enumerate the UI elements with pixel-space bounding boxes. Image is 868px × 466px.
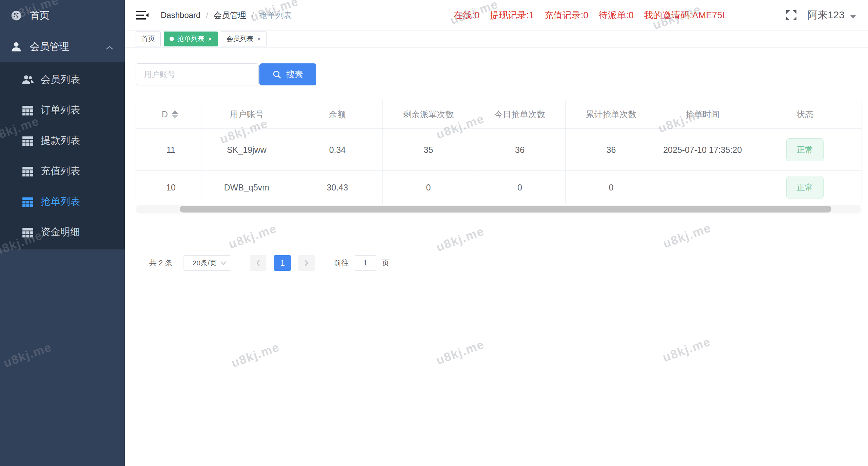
table-header-row: D 用户账号 余额 剩余派單次數 今日抢单次数 累计抢单次数 抢单时间 (136, 100, 862, 129)
sidebar-item-label: 首页 (30, 9, 50, 22)
close-icon[interactable]: × (257, 36, 261, 42)
cell-id: 11 (136, 129, 201, 171)
main-area: Dashboard / 会员管理 / 抢单列表 在线:0 提现记录:1 充值记录… (125, 0, 868, 466)
tab-label: 首页 (141, 34, 155, 43)
cell-account: DWB_q5vm (201, 171, 292, 204)
header-stats: 在线:0 提现记录:1 充值记录:0 待派单:0 我的邀请码:AME75L (454, 9, 727, 21)
pagination-total: 共 2 条 (149, 258, 172, 268)
table-icon (21, 134, 35, 147)
navbar: Dashboard / 会员管理 / 抢单列表 在线:0 提现记录:1 充值记录… (125, 0, 868, 31)
user-icon (10, 41, 22, 53)
sidebar-item-label: 抢单列表 (41, 195, 80, 208)
sort-carets-icon[interactable] (172, 110, 178, 119)
sidebar-item-fund-details[interactable]: 资金明细 (0, 217, 125, 247)
column-header-time: 抢单时间 (657, 100, 748, 129)
chevron-right-icon (304, 259, 309, 267)
cell-balance: 30.43 (292, 171, 383, 204)
column-header-today: 今日抢单次数 (474, 100, 566, 129)
tab-grab-order-list[interactable]: 抢单列表 × (164, 32, 218, 46)
cell-status: 正常 (748, 129, 862, 171)
content-area: 搜素 D (125, 47, 868, 271)
tab-member-list[interactable]: 会员列表 × (221, 32, 267, 46)
table-icon (21, 195, 35, 208)
cell-remaining: 35 (383, 129, 474, 171)
cell-total: 36 (566, 129, 657, 171)
column-header-status: 状态 (748, 100, 862, 129)
sidebar-item-label: 会员管理 (30, 40, 69, 54)
active-dot-icon (170, 37, 174, 41)
people-icon (21, 73, 35, 86)
page-number-active[interactable]: 1 (274, 255, 291, 271)
sidebar-item-grab-order-list[interactable]: 抢单列表 (0, 186, 125, 217)
cell-time (657, 171, 748, 204)
chevron-left-icon (255, 259, 261, 267)
fullscreen-icon[interactable] (785, 9, 798, 22)
horizontal-scrollbar-thumb[interactable] (180, 206, 831, 212)
prev-page-button[interactable] (250, 255, 266, 271)
sidebar-item-label: 会员列表 (41, 73, 80, 86)
horizontal-scrollbar-track (136, 205, 862, 214)
stat-recharge-records: 充值记录:0 (544, 9, 589, 21)
sidebar-item-member-management[interactable]: 会员管理 (0, 31, 125, 62)
table-icon (21, 164, 35, 178)
sidebar-item-home[interactable]: 首页 (0, 0, 125, 31)
cell-today: 0 (474, 171, 566, 204)
column-header-remaining: 剩余派單次數 (383, 100, 474, 129)
cell-id: 10 (136, 171, 201, 204)
goto-page-input[interactable] (354, 255, 376, 271)
page-size-value: 20条/页 (189, 258, 220, 268)
next-page-button[interactable] (298, 255, 315, 271)
column-header-id[interactable]: D (136, 100, 201, 129)
breadcrumb: Dashboard / 会员管理 / 抢单列表 (161, 10, 292, 21)
dashboard-icon (10, 9, 22, 22)
sidebar-submenu: 会员列表 订单列表 提款列表 充值列表 (0, 62, 125, 249)
cell-total: 0 (566, 171, 657, 204)
table-icon (21, 225, 35, 239)
page-size-select[interactable]: 20条/页 (183, 255, 231, 271)
cell-time: 2025-07-10 17:35:20 (657, 129, 748, 171)
column-header-label: D (162, 109, 168, 119)
sidebar-item-member-list[interactable]: 会员列表 (0, 64, 125, 95)
tabs-bar: 首页 抢单列表 × 会员列表 × (125, 31, 868, 47)
cell-today: 36 (474, 129, 566, 171)
pagination: 共 2 条 20条/页 1 前往 页 (136, 255, 862, 271)
table-icon (21, 103, 35, 117)
search-icon (273, 70, 281, 79)
breadcrumb-dashboard[interactable]: Dashboard (161, 11, 200, 20)
stat-online: 在线:0 (454, 9, 480, 21)
sidebar-item-recharge-list[interactable]: 充值列表 (0, 156, 125, 186)
members-table: D 用户账号 余额 剩余派單次數 今日抢单次数 累计抢单次数 抢单时间 (136, 100, 862, 204)
status-badge[interactable]: 正常 (786, 176, 824, 199)
breadcrumb-member-management[interactable]: 会员管理 (214, 10, 246, 21)
cell-balance: 0.34 (292, 129, 383, 171)
sidebar-item-order-list[interactable]: 订单列表 (0, 95, 125, 125)
hamburger-icon[interactable] (136, 9, 149, 21)
search-input[interactable] (136, 63, 259, 85)
stat-pending-dispatch: 待派单:0 (598, 9, 634, 21)
search-button[interactable]: 搜素 (259, 63, 316, 85)
search-row: 搜素 (136, 63, 862, 85)
tab-home[interactable]: 首页 (136, 32, 161, 46)
table-row: 11 SK_19jww 0.34 35 36 36 2025-07-10 17:… (136, 129, 862, 171)
username: 阿来123 (807, 8, 845, 22)
app-window: 首页 会员管理 会员列表 订单列表 (0, 0, 868, 466)
breadcrumb-separator: / (252, 11, 254, 20)
caret-down-icon (850, 15, 856, 19)
stat-invite-code: 我的邀请码:AME75L (644, 9, 727, 21)
column-header-total: 累计抢单次数 (566, 100, 657, 129)
cell-account: SK_19jww (201, 129, 292, 171)
sidebar-item-label: 提款列表 (41, 134, 80, 147)
sidebar-item-label: 充值列表 (41, 164, 80, 178)
sidebar-item-label: 资金明细 (41, 225, 80, 239)
column-header-account: 用户账号 (201, 100, 292, 129)
chevron-down-icon (220, 261, 227, 265)
status-badge[interactable]: 正常 (786, 138, 824, 161)
close-icon[interactable]: × (208, 36, 212, 42)
column-header-balance: 余额 (292, 100, 383, 129)
sidebar: 首页 会员管理 会员列表 订单列表 (0, 0, 125, 466)
cell-remaining: 0 (383, 171, 474, 204)
user-menu[interactable]: 阿来123 (807, 8, 856, 22)
sidebar-item-withdrawal-list[interactable]: 提款列表 (0, 125, 125, 156)
page-unit-label: 页 (382, 258, 389, 268)
tab-label: 抢单列表 (177, 34, 204, 43)
